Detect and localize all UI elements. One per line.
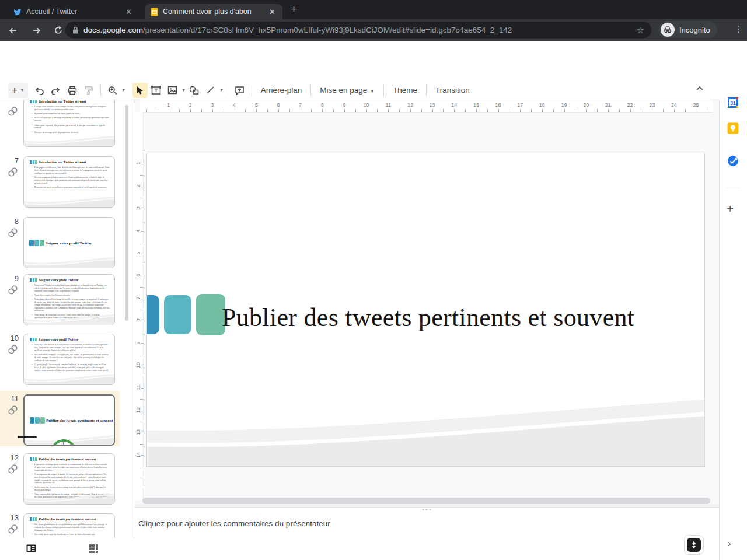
horizontal-ruler: 1234567891011121314151617181920212223242… <box>140 100 713 113</box>
slide-thumbnail-9[interactable]: Soigner votre profil Twitter Votre profi… <box>23 274 115 326</box>
workspace-side-panel: 31 + › <box>719 80 747 560</box>
slide-number-11: 11 <box>0 394 19 403</box>
insert-comment-icon[interactable] <box>232 83 247 98</box>
slide-number-13: 13 <box>0 513 19 522</box>
twitter-favicon <box>13 8 22 16</box>
slide-thumbnail-12[interactable]: Publier des tweets pertinents et souvent… <box>23 453 115 505</box>
decor-square-2 <box>164 295 191 334</box>
application-window: Accueil / Twitter ✕ Comment avoir plus d… <box>0 0 747 560</box>
explore-button[interactable] <box>684 535 704 555</box>
lock-icon <box>72 26 79 34</box>
incognito-icon <box>661 23 675 37</box>
grid-view-icon[interactable] <box>88 544 99 553</box>
keep-icon[interactable] <box>727 123 739 134</box>
redo-icon[interactable] <box>48 83 64 98</box>
theme-button[interactable]: Thème <box>388 86 423 94</box>
speaker-notes-area[interactable]: Cliquez pour ajouter les commentaires du… <box>134 507 719 560</box>
slide-thumbnail-13[interactable]: Publier des tweets pertinents et souvent… <box>23 513 115 538</box>
vertical-ruler: 1234567891011121314 <box>134 112 144 500</box>
tab-close-icon[interactable]: ✕ <box>268 8 277 16</box>
transition-rings-icon <box>8 344 18 355</box>
add-addon-icon[interactable]: + <box>727 202 734 216</box>
new-slide-button[interactable]: +▼ <box>8 83 28 98</box>
forward-icon[interactable] <box>29 23 43 37</box>
browser-tab-strip: Accueil / Twitter ✕ Comment avoir plus d… <box>0 0 747 19</box>
insert-image-icon[interactable] <box>165 83 180 98</box>
zoom-icon[interactable] <box>105 83 120 98</box>
transition-rings-icon <box>8 524 18 534</box>
browser-tab-slides[interactable]: Comment avoir plus d'abon ✕ <box>145 4 282 19</box>
slides-header: Comment avoir plus d'abonnés sur twitter… <box>0 41 747 80</box>
transition-rings-icon <box>8 285 18 295</box>
transition-rings-icon <box>8 167 18 177</box>
panel-scrollbar[interactable] <box>125 105 128 321</box>
slide-number-7: 7 <box>0 156 19 165</box>
slide-thumbnail-11[interactable]: Publier des tweets pertinents et souvent <box>23 394 115 446</box>
transition-rings-icon <box>8 228 18 238</box>
transition-rings-icon <box>8 106 18 117</box>
panel-horizontal-scrollbar[interactable] <box>18 436 37 438</box>
transition-rings-icon <box>8 405 18 415</box>
slides-favicon <box>151 8 158 16</box>
incognito-label: Incognito <box>679 26 710 34</box>
slide-number-10: 10 <box>0 334 19 342</box>
back-icon[interactable] <box>6 23 20 37</box>
tab-title: Comment avoir plus d'abon <box>163 8 263 16</box>
slide-canvas-area: 1234567891011121314151617181920212223242… <box>134 100 719 508</box>
slide-list: Introduction sur Twitter et tweet Lorsqu… <box>0 100 134 538</box>
explore-icon <box>687 538 701 552</box>
insert-line-caret[interactable]: ▼ <box>219 88 224 93</box>
view-toggle-bar <box>0 538 134 560</box>
slide-number-8: 8 <box>0 217 19 226</box>
edit-toolbar: +▼ ▼ ▼ <box>0 80 747 100</box>
calendar-icon[interactable]: 31 <box>727 97 739 108</box>
text-box-icon[interactable] <box>149 83 164 98</box>
browser-menu-icon[interactable]: ⋮ <box>734 24 743 34</box>
current-slide[interactable]: Publier des tweets pertinents et souvent <box>146 153 705 467</box>
bookmark-star-icon[interactable]: ☆ <box>637 25 644 36</box>
insert-shape-icon[interactable] <box>187 83 202 98</box>
insert-image-caret[interactable]: ▼ <box>181 88 186 93</box>
tab-title: Accueil / Twitter <box>26 8 120 16</box>
notes-placeholder[interactable]: Cliquez pour ajouter les commentaires du… <box>138 519 330 528</box>
notes-resize-handle[interactable] <box>423 509 431 510</box>
slide-thumbnail-10[interactable]: Soigner votre profil Twitter Votre bio :… <box>23 334 115 385</box>
background-button[interactable]: Arrière-plan <box>256 86 308 94</box>
insert-line-icon[interactable] <box>203 83 218 98</box>
transition-button[interactable]: Transition <box>430 86 475 94</box>
side-panel-collapse-icon[interactable]: › <box>728 538 731 550</box>
incognito-badge: Incognito <box>658 21 717 38</box>
zoom-caret[interactable]: ▼ <box>121 88 126 93</box>
browser-url-bar: docs.google.com/presentation/d/17crSC8sH… <box>0 19 747 41</box>
layout-button[interactable]: Mise en page ▼ <box>315 86 380 94</box>
reload-icon[interactable] <box>51 23 65 37</box>
print-icon[interactable] <box>65 83 80 98</box>
collapse-toolbar-icon[interactable] <box>696 85 704 92</box>
new-slide-caret[interactable]: ▼ <box>20 88 25 93</box>
browser-tab-twitter[interactable]: Accueil / Twitter ✕ <box>7 4 139 19</box>
slide-thumbnail-7[interactable]: Introduction sur Twitter et tweet Pour g… <box>23 156 115 208</box>
slide-number-12: 12 <box>0 453 19 462</box>
paint-format-icon[interactable] <box>81 83 96 98</box>
url-text: docs.google.com/presentation/d/17crSC8sH… <box>83 26 632 34</box>
slide-title-text[interactable]: Publier des tweets pertinents et souvent <box>222 303 634 332</box>
slide-thumbnail-8[interactable]: Soigner votre profil Twitter <box>23 217 115 268</box>
filmstrip-view-icon[interactable] <box>26 544 36 553</box>
url-omnibox[interactable]: docs.google.com/presentation/d/17crSC8sH… <box>65 22 651 38</box>
canvas-horizontal-scrollbar[interactable] <box>142 498 710 504</box>
new-tab-button[interactable]: + <box>291 4 297 15</box>
decor-square-1 <box>146 295 159 334</box>
tab-close-icon[interactable]: ✕ <box>124 8 133 16</box>
undo-icon[interactable] <box>32 83 47 98</box>
tasks-icon[interactable] <box>727 155 739 167</box>
svg-text:31: 31 <box>730 100 736 106</box>
decor-square-3 <box>196 294 225 335</box>
slide-number-9: 9 <box>0 274 19 283</box>
slide-thumbnail-6[interactable]: Introduction sur Twitter et tweet Lorsqu… <box>23 100 115 147</box>
select-tool-icon[interactable] <box>132 83 148 98</box>
transition-rings-icon <box>8 464 18 474</box>
